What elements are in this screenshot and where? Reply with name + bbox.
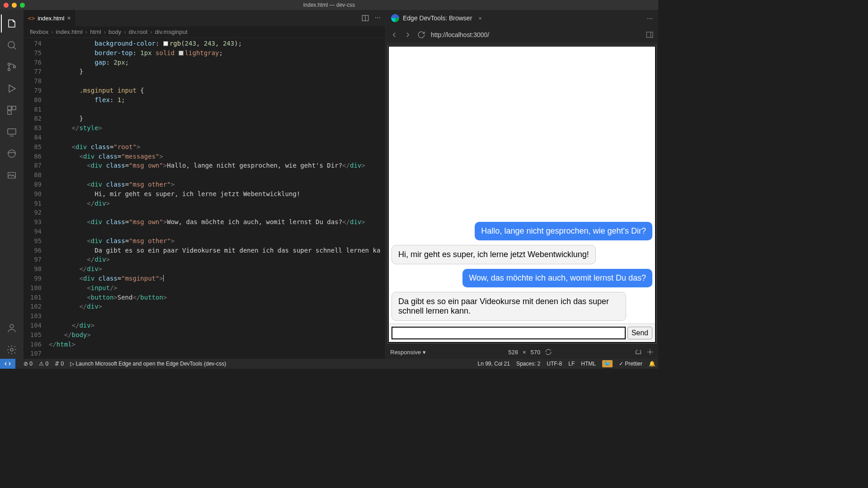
preview-input-bar: Send	[389, 324, 655, 342]
source-control-icon[interactable]	[1, 58, 23, 76]
rotate-icon[interactable]	[545, 348, 552, 356]
account-icon[interactable]	[1, 319, 23, 337]
status-lang[interactable]: HTML	[581, 361, 596, 367]
more-actions-icon[interactable]: ⋯	[375, 14, 381, 22]
panel-close-icon[interactable]: ×	[478, 15, 482, 22]
line-number-gutter: 7475767778798081828384858687888990919293…	[24, 38, 49, 359]
preview-message: Hi, mir geht es super, ich lerne jetzt W…	[392, 245, 596, 264]
html-file-icon: <>	[28, 15, 35, 22]
browser-preview: Hallo, lange nicht gesprochen, wie geht'…	[387, 45, 656, 343]
url-bar[interactable]: http://localhost:3000/	[431, 31, 640, 38]
svg-rect-9	[8, 129, 16, 134]
responsive-toolbar: Responsive ▾ 528 × 570	[386, 345, 658, 359]
screenshot-icon[interactable]	[635, 348, 642, 356]
responsive-mode-selector[interactable]: Responsive ▾	[390, 349, 426, 356]
reload-button-icon[interactable]	[417, 31, 425, 39]
title-bar: index.html — dev-css	[0, 0, 658, 10]
svg-line-1	[14, 47, 16, 49]
breadcrumbs[interactable]: flexbox›index.html›html›body›div.root›di…	[24, 26, 385, 38]
breadcrumb-item[interactable]: flexbox	[30, 28, 48, 35]
status-bar: ⊘ 0 ⚠ 0 ⇵ 0 ▷ Launch Microsoft Edge and …	[0, 359, 658, 369]
split-editor-icon[interactable]	[361, 14, 369, 22]
run-debug-icon[interactable]	[1, 80, 23, 98]
code-editor[interactable]: 7475767778798081828384858687888990919293…	[24, 38, 385, 359]
status-errors[interactable]: ⊘ 0	[24, 361, 33, 367]
editor-tabs: <> index.html × ⋯	[24, 10, 385, 26]
status-prettier[interactable]: ✓ Prettier	[619, 361, 642, 367]
tab-label: index.html	[38, 15, 64, 22]
explorer-icon[interactable]	[1, 14, 23, 33]
status-spaces[interactable]: Spaces: 2	[516, 361, 540, 367]
status-cursor[interactable]: Ln 99, Col 21	[478, 361, 510, 367]
status-eol[interactable]: LF	[568, 361, 575, 367]
status-launch[interactable]: ▷ Launch Microsoft Edge and open the Edg…	[70, 361, 226, 367]
dimension-separator: ×	[523, 349, 526, 356]
svg-rect-8	[8, 111, 11, 114]
extensions-icon[interactable]	[1, 101, 23, 119]
status-tweet[interactable]: 🐦	[602, 360, 613, 367]
svg-point-19	[649, 351, 651, 353]
dock-icon[interactable]	[646, 31, 654, 39]
back-button-icon[interactable]	[390, 31, 398, 39]
breadcrumb-item[interactable]: body	[108, 28, 121, 35]
preview-text-input[interactable]	[392, 327, 626, 339]
tab-index-html[interactable]: <> index.html ×	[24, 10, 76, 26]
preview-messages: Hallo, lange nicht gesprochen, wie geht'…	[389, 47, 655, 324]
edge-browser-icon	[391, 14, 399, 22]
svg-rect-17	[646, 32, 653, 38]
svg-point-11	[8, 150, 16, 158]
svg-point-0	[8, 42, 14, 48]
svg-point-3	[8, 69, 10, 71]
gallery-icon[interactable]	[1, 166, 23, 184]
svg-point-2	[8, 63, 10, 66]
remote-indicator[interactable]	[0, 359, 15, 369]
activity-bar	[0, 10, 24, 359]
forward-button-icon[interactable]	[404, 31, 412, 39]
preview-message: Wow, das möchte ich auch, womit lernst D…	[462, 269, 652, 287]
editor-area: <> index.html × ⋯ flexbox›index.html›htm…	[24, 10, 385, 359]
preview-message: Hallo, lange nicht gesprochen, wie geht'…	[475, 222, 652, 240]
status-bell-icon[interactable]: 🔔	[649, 361, 656, 367]
preview-send-button[interactable]: Send	[627, 327, 652, 339]
edge-tools-icon[interactable]	[1, 145, 23, 163]
panel-tab-bar: Edge DevTools: Browser × ⋯	[386, 10, 658, 26]
settings-gear-icon[interactable]	[1, 341, 23, 359]
svg-marker-5	[9, 85, 15, 92]
svg-point-14	[10, 348, 13, 351]
panel-more-icon[interactable]: ⋯	[647, 15, 653, 22]
viewport-width[interactable]: 528	[508, 349, 518, 356]
preview-message: Da gibt es so ein paar Videokurse mit de…	[392, 292, 626, 321]
status-encoding[interactable]: UTF-8	[547, 361, 562, 367]
status-warnings[interactable]: ⚠ 0	[39, 361, 48, 367]
svg-rect-6	[8, 106, 11, 110]
devtools-panel: Edge DevTools: Browser × ⋯ http://localh…	[385, 10, 658, 359]
inspect-icon[interactable]	[646, 348, 654, 356]
browser-toolbar: http://localhost:3000/	[386, 26, 658, 43]
breadcrumb-item[interactable]: div.msginput	[155, 28, 188, 35]
window-title: index.html — dev-css	[0, 2, 658, 8]
svg-point-13	[10, 324, 14, 328]
panel-title: Edge DevTools: Browser	[403, 14, 472, 22]
search-icon[interactable]	[1, 36, 23, 54]
remote-explorer-icon[interactable]	[1, 123, 23, 141]
close-tab-icon[interactable]: ×	[67, 14, 71, 22]
viewport-height[interactable]: 570	[531, 349, 541, 356]
breadcrumb-item[interactable]: html	[90, 28, 101, 35]
breadcrumb-item[interactable]: div.root	[129, 28, 148, 35]
svg-rect-7	[12, 106, 16, 110]
breadcrumb-item[interactable]: index.html	[56, 28, 83, 35]
code-content[interactable]: background-color: rgb(243, 243, 243); bo…	[49, 38, 385, 359]
status-ports[interactable]: ⇵ 0	[55, 361, 64, 367]
